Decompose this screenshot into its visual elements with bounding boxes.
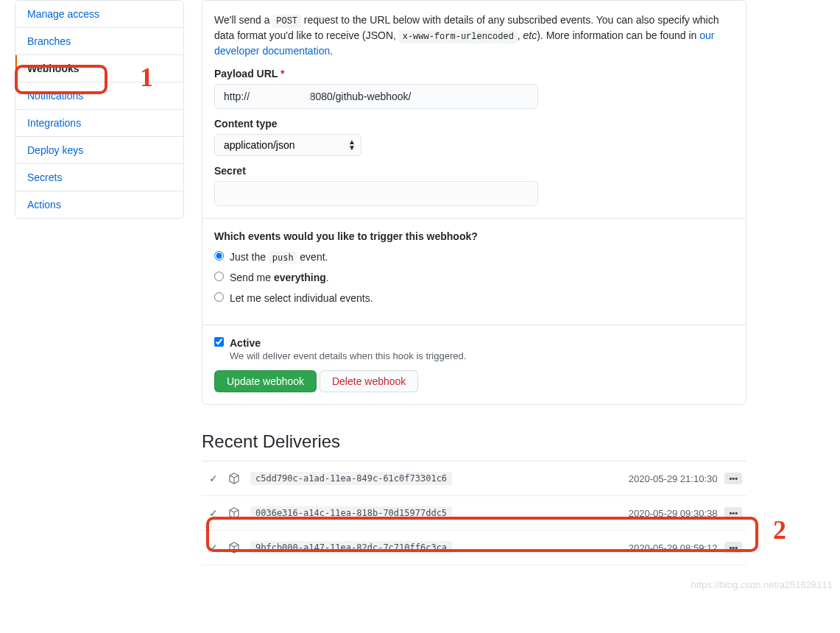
radio-push-event[interactable] [214, 251, 224, 261]
events-title: Which events would you like to trigger t… [214, 230, 734, 242]
delivery-menu-button[interactable]: ••• [724, 507, 742, 519]
urlencoded-code: x-www-form-urlencoded [399, 30, 518, 44]
redacted-host [251, 86, 310, 105]
radio-individual-label: Let me select individual events. [230, 292, 734, 304]
package-icon [228, 507, 243, 519]
check-icon: ✓ [206, 507, 221, 519]
post-code: POST [272, 15, 300, 29]
sidebar-item-branches[interactable]: Branches [15, 28, 183, 55]
sidebar-menu: Manage access Branches Webhooks Notifica… [15, 0, 184, 219]
webhook-form-box: We'll send a POST request to the URL bel… [202, 0, 747, 405]
watermark: https://blog.csdn.net/a251628111 [691, 579, 833, 590]
check-icon: ✓ [206, 542, 221, 554]
secret-input[interactable] [214, 181, 538, 206]
main-content: We'll send a POST request to the URL bel… [202, 0, 747, 565]
intro-text: We'll send a POST request to the URL bel… [214, 13, 734, 59]
delivery-menu-button[interactable]: ••• [724, 542, 742, 554]
content-type-select[interactable]: application/json [214, 134, 361, 156]
sidebar-item-integrations[interactable]: Integrations [15, 110, 183, 137]
radio-push-label: Just the push event. [230, 251, 734, 263]
delete-webhook-button[interactable]: Delete webhook [320, 370, 418, 392]
package-icon [228, 542, 243, 554]
delivery-row[interactable]: ✓ c5dd790c-a1ad-11ea-849c-61c0f73301c6 2… [202, 462, 747, 496]
secret-label: Secret [214, 165, 734, 177]
sidebar-item-actions[interactable]: Actions [15, 191, 183, 218]
payload-url-label: Payload URL * [214, 68, 734, 79]
sidebar-item-webhooks[interactable]: Webhooks [15, 55, 183, 82]
radio-everything[interactable] [214, 272, 224, 281]
sidebar-item-manage-access[interactable]: Manage access [15, 1, 183, 28]
recent-deliveries-title: Recent Deliveries [202, 431, 747, 452]
active-label-group: Active We will deliver event details whe… [230, 337, 734, 361]
delivery-time: 2020-05-29 21:10:30 [629, 473, 718, 484]
radio-individual[interactable] [214, 292, 224, 302]
sidebar-item-secrets[interactable]: Secrets [15, 164, 183, 191]
delivery-id: 0036e316-a14c-11ea-818b-70d15977ddc5 [250, 506, 452, 520]
radio-everything-label: Send me everything. [230, 272, 734, 283]
delivery-id: 9bfcb000-a147-11ea-82dc-7c710ff6c3ca [250, 541, 452, 554]
delivery-time: 2020-05-29 08:59:12 [629, 542, 718, 554]
delivery-id: c5dd790c-a1ad-11ea-849c-61c0f73301c6 [250, 472, 452, 485]
active-label: Active [230, 337, 261, 349]
active-checkbox[interactable] [214, 337, 224, 347]
update-webhook-button[interactable]: Update webhook [214, 370, 317, 392]
delivery-time: 2020-05-29 09:30:38 [629, 508, 718, 519]
sidebar-item-notifications[interactable]: Notifications [15, 82, 183, 110]
content-type-label: Content type [214, 118, 734, 130]
delivery-row[interactable]: ✓ 9bfcb000-a147-11ea-82dc-7c710ff6c3ca 2… [202, 531, 747, 565]
delivery-row[interactable]: ✓ 0036e316-a14c-11ea-818b-70d15977ddc5 2… [202, 496, 747, 531]
delivery-menu-button[interactable]: ••• [724, 473, 742, 484]
check-icon: ✓ [206, 473, 221, 484]
settings-sidebar: Manage access Branches Webhooks Notifica… [15, 0, 184, 565]
package-icon [228, 473, 243, 484]
sidebar-item-deploy-keys[interactable]: Deploy keys [15, 137, 183, 164]
active-description: We will deliver event details when this … [230, 350, 734, 361]
delivery-list: ✓ c5dd790c-a1ad-11ea-849c-61c0f73301c6 2… [202, 461, 747, 565]
